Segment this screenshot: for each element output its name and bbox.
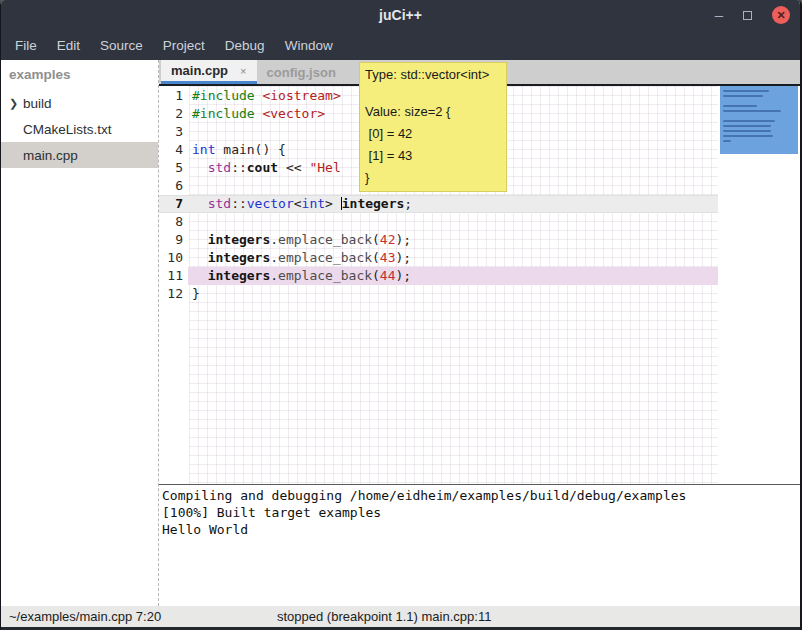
code-line-11[interactable]: 11 integers.emplace_back(44); (159, 267, 718, 285)
code-text: std::cout << "Hel (189, 159, 341, 177)
code-line-7[interactable]: 7 std::vector<int> integers; (159, 195, 718, 213)
menu-debug[interactable]: Debug (215, 34, 275, 57)
sidebar-item-build[interactable]: ❯ build (1, 90, 158, 116)
code-text: int main() { (189, 141, 286, 159)
line-number[interactable]: 11 (159, 267, 189, 285)
menu-file[interactable]: File (5, 34, 47, 57)
tooltip-value-block: Value: size=2 { [0] = 42 [1] = 43 } (365, 101, 501, 189)
code-text: #include <iostream> (189, 87, 341, 105)
minimap-code-line (723, 90, 769, 92)
minimize-button[interactable]: – (715, 10, 723, 20)
minimap-code-line (723, 105, 757, 107)
menu-edit[interactable]: Edit (47, 34, 90, 57)
build-output-panel: Compiling and debugging /home/eidheim/ex… (159, 484, 800, 606)
status-file-position: ~/examples/main.cpp 7:20 (9, 609, 161, 624)
restore-icon[interactable] (743, 11, 752, 20)
debug-value-tooltip: Type: std::vector<int> Value: size=2 { [… (359, 62, 507, 192)
line-number[interactable]: 2 (159, 105, 189, 123)
tab-configjson[interactable]: config.json (257, 60, 346, 84)
minimap-code-line (723, 130, 771, 132)
code-text: std::vector<int> integers; (189, 195, 412, 213)
menu-project[interactable]: Project (153, 34, 215, 57)
line-number[interactable]: 12 (159, 285, 189, 303)
minimap-code-line (723, 95, 763, 97)
menu-source[interactable]: Source (90, 34, 153, 57)
code-text (189, 123, 192, 141)
tooltip-type-line: Type: std::vector<int> (365, 66, 501, 84)
line-number[interactable]: 9 (159, 231, 189, 249)
tab-close-icon[interactable]: × (240, 65, 246, 77)
line-number[interactable]: 10 (159, 249, 189, 267)
code-line-8[interactable]: 8 (159, 213, 718, 231)
tree-item-label: CMakeLists.txt (23, 122, 112, 137)
code-line-10[interactable]: 10 integers.emplace_back(43); (159, 249, 718, 267)
output-line: Compiling and debugging /home/eidheim/ex… (162, 487, 800, 504)
code-line-9[interactable]: 9 integers.emplace_back(42); (159, 231, 718, 249)
line-number[interactable]: 1 (159, 87, 189, 105)
close-button[interactable]: ✕ (772, 6, 790, 24)
line-number[interactable]: 3 (159, 123, 189, 141)
window-title: juCi++ (379, 7, 422, 23)
file-tree-sidebar: examples ❯ build CMakeLists.txt main.cpp (1, 60, 158, 606)
line-number[interactable]: 7 (159, 195, 189, 213)
minimap-code-line (723, 110, 781, 112)
menu-window[interactable]: Window (275, 34, 343, 57)
overview-map-column[interactable] (718, 86, 800, 484)
minimap-code-line (723, 120, 775, 122)
tooltip-value-line: [1] = 43 (365, 145, 501, 167)
code-text: integers.emplace_back(44); (189, 267, 411, 285)
tooltip-value-line: Value: size=2 { (365, 101, 501, 123)
tooltip-value-line: } (365, 167, 501, 189)
app-window: juCi++ – ✕ File Edit Source Project Debu… (0, 0, 802, 630)
project-name-header: examples (1, 60, 158, 90)
title-bar[interactable]: juCi++ – ✕ (1, 0, 800, 30)
tree-item-label: main.cpp (23, 148, 78, 163)
chevron-right-icon[interactable]: ❯ (9, 97, 23, 110)
code-text (189, 177, 192, 195)
line-number[interactable]: 6 (159, 177, 189, 195)
line-number[interactable]: 5 (159, 159, 189, 177)
line-number[interactable]: 8 (159, 213, 189, 231)
code-text: #include <vector> (189, 105, 325, 123)
tree-item-label: build (23, 96, 52, 111)
tab-maincpp[interactable]: main.cpp × (161, 60, 257, 84)
code-text (189, 213, 192, 231)
code-text: } (189, 285, 200, 303)
code-text: integers.emplace_back(42); (189, 231, 411, 249)
code-text: integers.emplace_back(43); (189, 249, 411, 267)
minimap-code-line (723, 140, 731, 142)
tooltip-value-line: [0] = 42 (365, 123, 501, 145)
window-controls: – ✕ (715, 0, 790, 30)
sidebar-item-cmakelists[interactable]: CMakeLists.txt (1, 116, 158, 142)
output-line: Hello World (162, 521, 800, 538)
menu-bar: File Edit Source Project Debug Window (1, 30, 800, 60)
sidebar-item-maincpp[interactable]: main.cpp (1, 142, 158, 168)
tab-label: config.json (267, 65, 336, 80)
tab-label: main.cpp (171, 63, 228, 78)
line-number[interactable]: 4 (159, 141, 189, 159)
minimap-code-line (723, 125, 771, 127)
output-line: [100%] Built target examples (162, 504, 800, 521)
minimap-viewport[interactable] (720, 86, 798, 154)
minimap-code-line (723, 135, 773, 137)
status-bar: ~/examples/main.cpp 7:20 stopped (breakp… (1, 606, 800, 627)
status-debug-state: stopped (breakpoint 1.1) main.cpp:11 (277, 609, 491, 624)
code-line-12[interactable]: 12} (159, 285, 718, 303)
